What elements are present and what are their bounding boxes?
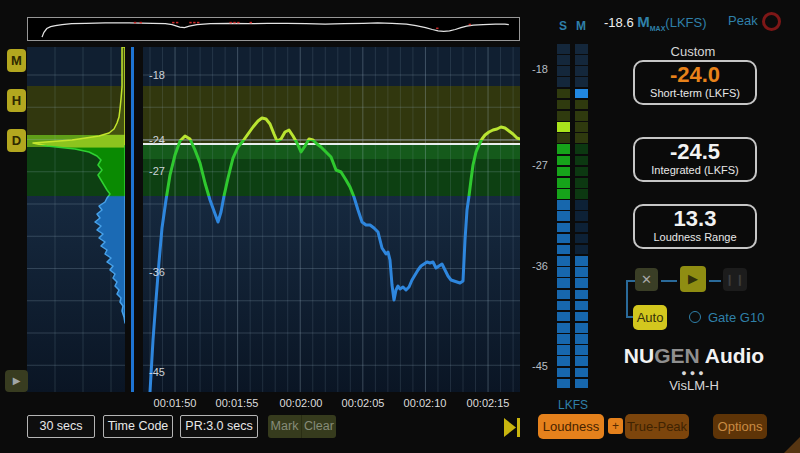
meter-scale-label: -27 (522, 159, 548, 171)
time-label: 00:02:10 (404, 397, 447, 409)
loudness-range-readout[interactable]: 13.3 Loudness Range (633, 204, 757, 249)
mmax-readout: -18.6 MMAX(LKFS) (604, 13, 707, 32)
meter-segment (575, 301, 588, 311)
preset-name[interactable]: Custom (633, 44, 753, 59)
meter-segment (575, 312, 588, 322)
meter-scale-label: -45 (522, 360, 548, 372)
logo-dots: ●●● (614, 368, 774, 378)
meter-segment (557, 122, 570, 132)
level-label: -36 (149, 266, 165, 278)
meter-segment (557, 267, 570, 277)
meter-segment (557, 144, 570, 154)
mode-button-d[interactable]: D (7, 129, 26, 152)
meter-segment (575, 379, 588, 389)
meter-segment (575, 256, 588, 266)
short-term-meter-label: S (556, 19, 570, 33)
overview-strip[interactable] (27, 17, 520, 41)
meter-segment (575, 267, 588, 277)
meter-segment (575, 245, 588, 255)
time-label: 00:01:55 (216, 397, 259, 409)
mode-button-h[interactable]: H (7, 89, 26, 112)
meter-segment (557, 334, 570, 344)
loudness-history-graph[interactable]: -18-24-27-36-45 (143, 47, 520, 392)
meter-segment (557, 89, 570, 99)
playhead-cursor[interactable] (131, 47, 134, 392)
mmax-value: -18.6 (604, 15, 634, 30)
pause-icon: ❙❙ (725, 273, 745, 285)
clear-button[interactable]: Clear (302, 415, 336, 438)
peak-indicator[interactable] (762, 12, 781, 31)
meter-segment (557, 100, 570, 110)
reset-button[interactable]: ✕ (635, 268, 658, 291)
meter-segment (575, 211, 588, 221)
meter-segment (575, 189, 588, 199)
short-term-readout[interactable]: -24.0 Short-term (LKFS) (633, 60, 757, 105)
options-button[interactable]: Options (713, 414, 767, 439)
loudness-histogram (27, 47, 125, 392)
meter-segment (557, 368, 570, 378)
meter-segment (557, 156, 570, 166)
integrated-readout[interactable]: -24.5 Integrated (LKFS) (633, 137, 757, 182)
meter-segment (575, 77, 588, 87)
meter-segment (575, 122, 588, 132)
meter-segment (575, 323, 588, 333)
meter-segment (575, 66, 588, 76)
time-label: 00:02:05 (342, 397, 385, 409)
play-button[interactable]: ▶ (680, 266, 706, 292)
pause-button[interactable]: ❙❙ (723, 268, 747, 291)
skip-to-end-icon[interactable] (504, 418, 521, 437)
meter-segment (575, 345, 588, 355)
integrated-label: Integrated (LKFS) (635, 164, 755, 176)
meter-segment (557, 111, 570, 121)
vislm-window: M H D -18-24-27-36-45 00:01:5000:01:5500… (0, 0, 800, 453)
history-back-button[interactable]: ▶ (5, 370, 28, 392)
meter-segment (575, 278, 588, 288)
meter-segment (575, 334, 588, 344)
meter-scale-label: -36 (522, 260, 548, 272)
mark-button[interactable]: Mark (268, 415, 302, 438)
meter-segment (575, 356, 588, 366)
product-name: VisLM-H (614, 378, 774, 393)
meter-segment (575, 156, 588, 166)
play-icon: ▶ (688, 271, 698, 286)
mmax-subscript: MAX (650, 25, 666, 32)
short-term-meter (557, 44, 570, 390)
time-axis: 00:01:5000:01:5500:02:0000:02:0500:02:10… (143, 397, 520, 411)
meter-segment (575, 133, 588, 143)
true-peak-tab[interactable]: True-Peak (625, 414, 689, 439)
meter-segment (557, 312, 570, 322)
time-window-button[interactable]: 30 secs (27, 415, 95, 438)
integrated-value: -24.5 (635, 140, 755, 164)
meter-segment (557, 290, 570, 300)
gate-label: Gate G10 (708, 310, 764, 325)
nugen-logo: NUGEN Audio (614, 344, 774, 368)
meter-segment (557, 245, 570, 255)
mode-button-m[interactable]: M (7, 49, 26, 72)
meter-segment (575, 167, 588, 177)
meter-segment (575, 89, 588, 99)
meter-segment (575, 234, 588, 244)
meter-segment (575, 290, 588, 300)
meter-segment (557, 133, 570, 143)
plus-button[interactable]: + (608, 418, 623, 434)
gate-radio[interactable] (689, 311, 701, 323)
logo-gen: GEN (654, 344, 700, 367)
meter-segment (575, 44, 588, 54)
meter-scale-label: -18 (522, 63, 548, 75)
auto-button[interactable]: Auto (633, 305, 667, 330)
meter-segment (557, 55, 570, 65)
meter-segment (575, 111, 588, 121)
meter-segment (557, 211, 570, 221)
meter-segment (575, 223, 588, 233)
loudness-tab[interactable]: Loudness (538, 414, 604, 439)
timecode-button[interactable]: Time Code (103, 415, 173, 438)
meter-segment (575, 144, 588, 154)
meter-segment (557, 200, 570, 210)
level-label: -24 (149, 134, 165, 146)
resize-grip[interactable] (784, 437, 800, 453)
level-label: -18 (149, 69, 165, 81)
meter-segment (575, 55, 588, 65)
meter-segment (557, 167, 570, 177)
practical-range-button[interactable]: PR:3.0 secs (180, 415, 258, 438)
meter-segment (557, 189, 570, 199)
